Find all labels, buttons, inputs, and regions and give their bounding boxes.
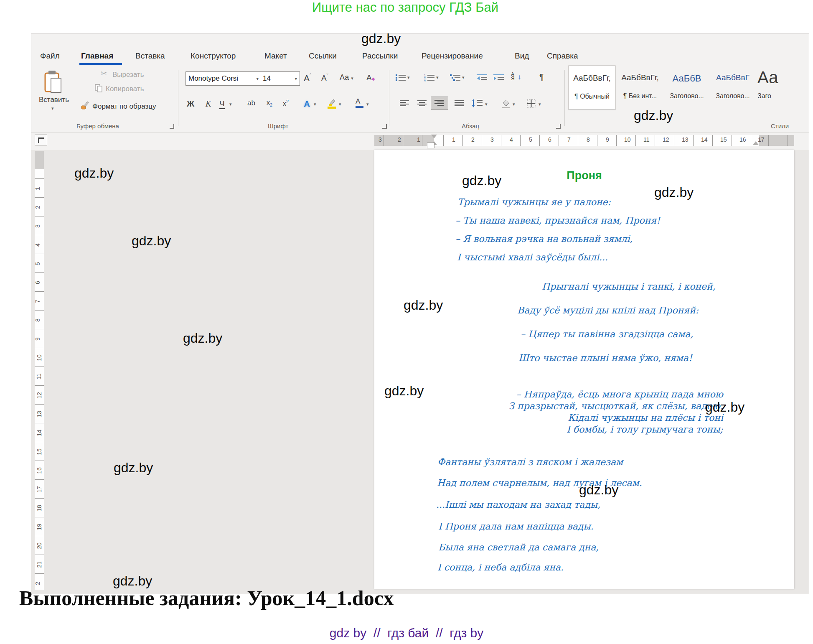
format-painter-button[interactable]: Формат по образцу (92, 102, 156, 111)
bullets-button-icon[interactable] (395, 74, 406, 81)
superscript-button[interactable]: х2 (283, 99, 289, 107)
underline-button[interactable]: Ч (219, 99, 225, 109)
font-color-button[interactable]: А (356, 97, 363, 108)
format-painter-icon[interactable] (81, 101, 90, 110)
ruler-number: 18 (36, 505, 43, 512)
copy-icon[interactable] (95, 84, 103, 92)
text-effects-button[interactable]: А (304, 99, 310, 109)
ruler-number: 17 (758, 136, 763, 143)
shading-icon[interactable] (501, 99, 511, 108)
h-ruler[interactable]: 3211234567891011121314151617 (374, 135, 794, 146)
align-left-icon[interactable] (400, 100, 410, 107)
font-size-select[interactable]: 14 ▾ (260, 71, 300, 86)
ruler-number: 16 (36, 467, 43, 474)
style-card-normal[interactable]: АаБбВвГг, ¶ Обычный (569, 66, 615, 110)
font-dialog-launcher-icon[interactable] (382, 124, 387, 129)
h-ruler-left-margin (374, 135, 434, 146)
style-card-heading2[interactable]: АаБбВвГ Заголово... (710, 66, 756, 109)
copy-button[interactable]: Копировать (106, 85, 144, 93)
style-label: Заголово... (710, 92, 756, 100)
shrink-font-button[interactable]: Аˇ (321, 73, 328, 83)
ruler-number: 2 (397, 136, 402, 143)
v-ruler-top-margin (35, 151, 44, 169)
bold-button[interactable]: Ж (187, 99, 194, 109)
ruler-number: 1 (34, 187, 41, 190)
cut-icon[interactable]: ✂ (101, 69, 107, 78)
ruler-number: 9 (34, 337, 41, 341)
ruler-number: 10 (624, 136, 629, 143)
style-card-title[interactable]: Аа Заго (756, 66, 809, 109)
justify-icon[interactable] (455, 100, 465, 107)
font-color-dropdown-icon[interactable]: ▾ (366, 102, 369, 107)
style-label: Заголово... (664, 92, 710, 100)
cut-button[interactable]: Вырезать (112, 71, 144, 79)
tab-file[interactable]: Файл (40, 51, 60, 61)
ruler-number: 7 (34, 300, 41, 303)
decrease-indent-icon[interactable] (477, 74, 488, 81)
document-title: Проня (374, 169, 794, 182)
multilevel-list-button-icon[interactable] (450, 74, 461, 81)
ruler-number: 6 (34, 281, 41, 284)
numbering-dropdown-icon[interactable]: ▾ (436, 75, 439, 80)
multilevel-dropdown-icon[interactable]: ▾ (462, 75, 465, 80)
font-family-select[interactable]: Monotype Corsi ▾ (185, 71, 262, 86)
highlight-button-icon[interactable] (326, 98, 337, 109)
ruler-number: 7 (567, 136, 572, 143)
align-right-button[interactable] (431, 97, 448, 110)
watermark-gdzby: gdz.by (74, 165, 114, 181)
h-ruler-text-area (434, 135, 759, 146)
tab-home[interactable]: Главная (81, 51, 113, 61)
style-sample: АаБбВвГг, (569, 74, 615, 83)
document-line: ...Ішлі мы паходам на захад тады, (436, 499, 600, 510)
highlight-dropdown-icon[interactable]: ▾ (339, 102, 341, 107)
document-line: Ваду ўсё муцілі ды кпілі над Проняй: (517, 305, 699, 316)
tab-references[interactable]: Ссылки (309, 51, 337, 61)
sort-button[interactable]: АЯ (511, 72, 515, 81)
document-line: – Я вольная рэчка на вольнай зямлі, (455, 234, 633, 244)
change-case-button[interactable]: Аа ▾ (340, 73, 353, 82)
shading-dropdown-icon[interactable]: ▾ (513, 102, 515, 107)
bullets-dropdown-icon[interactable]: ▾ (407, 75, 410, 80)
grow-font-button[interactable]: Аˆ (304, 73, 311, 83)
watermark-gdzby: gdz.by (113, 573, 152, 589)
subscript-button[interactable]: х2 (267, 99, 272, 107)
line-spacing-icon[interactable] (472, 99, 483, 107)
tab-stop-selector[interactable] (35, 134, 47, 146)
tab-review[interactable]: Рецензирование (422, 51, 483, 61)
align-center-icon[interactable] (417, 100, 427, 107)
left-indent-box-marker[interactable] (427, 143, 434, 148)
increase-indent-icon[interactable] (493, 74, 504, 81)
paste-icon[interactable] (44, 70, 62, 93)
document-page[interactable]: Проня Трымалі чужынцы яе у палоне: – Ты … (374, 150, 794, 589)
svg-text:2: 2 (424, 77, 426, 80)
ruler-number: 3 (34, 224, 41, 228)
style-card-no-spacing[interactable]: АаБбВвГг, ¶ Без инт... (617, 66, 663, 109)
line-spacing-dropdown-icon[interactable]: ▾ (485, 102, 488, 107)
v-ruler[interactable]: 1234567891011121314151617181920212 (35, 151, 44, 590)
numbering-button-icon[interactable]: 123 (424, 74, 435, 81)
borders-icon[interactable] (527, 99, 536, 108)
tab-design[interactable]: Конструктор (191, 51, 236, 61)
text-effects-dropdown-icon[interactable]: ▾ (314, 102, 316, 107)
tab-mailings[interactable]: Рассылки (362, 51, 398, 61)
tab-insert[interactable]: Вставка (135, 51, 165, 61)
clipboard-dialog-launcher-icon[interactable] (170, 124, 174, 129)
underline-dropdown-icon[interactable]: ▾ (229, 102, 232, 107)
tab-layout[interactable]: Макет (264, 51, 287, 61)
style-card-heading1[interactable]: АаБбВ Заголово... (664, 66, 710, 109)
font-family-dropdown-icon: ▾ (256, 76, 259, 81)
italic-button[interactable]: К (206, 99, 211, 109)
tab-help[interactable]: Справка (547, 51, 578, 61)
paragraph-dialog-launcher-icon[interactable] (556, 124, 561, 129)
tab-view[interactable]: Вид (515, 51, 529, 61)
paragraph-group-label: Абзац (462, 122, 479, 130)
ruler-number: 17 (36, 486, 43, 493)
watermark-gdzby: gdz.by (361, 31, 401, 46)
borders-dropdown-icon[interactable]: ▾ (539, 102, 541, 107)
paste-dropdown-icon[interactable]: ▾ (51, 106, 54, 111)
show-marks-button[interactable]: ¶ (539, 72, 544, 82)
paste-button[interactable]: Вставить (35, 96, 73, 104)
strikethrough-button[interactable]: ab (247, 99, 255, 107)
clear-formatting-button[interactable]: А◆ (366, 73, 375, 82)
word-window: Файл Главная Вставка Конструктор Макет С… (31, 33, 809, 594)
